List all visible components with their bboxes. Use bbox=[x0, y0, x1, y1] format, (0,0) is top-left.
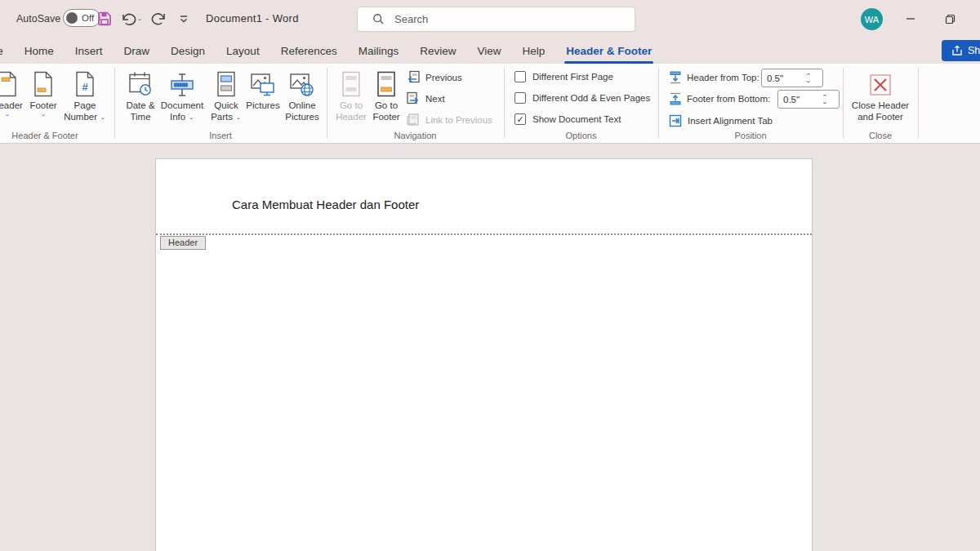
group-label-insert: Insert bbox=[114, 131, 327, 140]
header-boundary-line bbox=[156, 233, 812, 235]
tab-mailings[interactable]: Mailings bbox=[348, 38, 410, 64]
next-icon bbox=[406, 91, 421, 106]
restore-icon bbox=[945, 14, 956, 24]
go-to-header-icon bbox=[341, 69, 362, 100]
close-header-footer-button[interactable]: Close Header and Footer bbox=[847, 69, 914, 137]
group-label-options: Options bbox=[504, 131, 658, 140]
tab-design[interactable]: Design bbox=[160, 38, 216, 64]
different-first-page-checkbox[interactable]: Different First Page bbox=[514, 71, 613, 82]
document-title: Document1 - Word bbox=[206, 12, 299, 24]
share-icon bbox=[951, 45, 963, 56]
header-from-top-value[interactable] bbox=[762, 73, 801, 83]
footer-from-bottom-label: Footer from Bottom: bbox=[668, 91, 770, 106]
chevron-with-line-icon bbox=[178, 14, 189, 24]
document-page[interactable]: Cara Membuat Header dan Footer Header bbox=[155, 158, 813, 551]
spinner-down-icon[interactable]: ⌄ bbox=[822, 100, 828, 104]
go-to-header-button: Go to Header bbox=[332, 69, 370, 137]
save-icon bbox=[96, 11, 113, 27]
document-info-icon bbox=[169, 69, 195, 100]
group-separator bbox=[504, 68, 505, 138]
close-header-footer-icon bbox=[868, 69, 893, 100]
document-info-button[interactable]: Document Info ⌄ bbox=[155, 69, 209, 137]
search-input[interactable]: Search bbox=[357, 7, 635, 32]
chevron-down-icon: ⌄ bbox=[136, 16, 143, 21]
tab-layout[interactable]: Layout bbox=[216, 38, 270, 64]
tab-review[interactable]: Review bbox=[409, 38, 466, 64]
minimize-icon bbox=[906, 14, 915, 24]
footer-from-bottom-input[interactable]: ⌃⌄ bbox=[777, 90, 840, 109]
next-button[interactable]: Next bbox=[406, 91, 445, 106]
quick-parts-button[interactable]: Quick Parts ⌄ bbox=[206, 69, 247, 137]
group-label-close: Close bbox=[843, 131, 918, 140]
group-separator bbox=[327, 68, 327, 138]
undo-button[interactable]: ⌄ bbox=[118, 8, 145, 29]
avatar-initials: WA bbox=[865, 15, 879, 24]
footer-button[interactable]: Footer ⌄ bbox=[23, 69, 64, 137]
header-icon bbox=[0, 69, 19, 100]
spinner-up-down[interactable]: ⌃⌄ bbox=[801, 69, 816, 87]
toggle-knob-icon bbox=[66, 12, 78, 24]
tab-file[interactable]: File bbox=[0, 38, 14, 64]
tab-references[interactable]: References bbox=[270, 38, 348, 64]
tab-header-footer[interactable]: Header & Footer bbox=[555, 38, 662, 64]
save-button[interactable] bbox=[94, 8, 115, 29]
footer-from-bottom-value[interactable] bbox=[778, 95, 817, 104]
previous-icon bbox=[406, 70, 421, 85]
pictures-icon bbox=[250, 69, 276, 100]
customize-quick-access-toolbar-button[interactable] bbox=[173, 8, 194, 29]
group-label-position: Position bbox=[658, 131, 843, 140]
undo-icon bbox=[120, 11, 136, 27]
group-separator bbox=[918, 68, 919, 138]
spinner-up-down[interactable]: ⌃⌄ bbox=[817, 91, 832, 108]
search-placeholder: Search bbox=[394, 13, 428, 25]
account-avatar[interactable]: WA bbox=[861, 8, 883, 30]
different-odd-even-pages-checkbox[interactable]: Different Odd & Even Pages bbox=[514, 92, 650, 104]
checkbox-checked-icon: ✓ bbox=[514, 113, 526, 125]
pictures-button[interactable]: Pictures bbox=[243, 69, 283, 137]
minimize-button[interactable] bbox=[898, 7, 923, 31]
header-from-top-label: Header from Top: bbox=[668, 70, 760, 85]
go-to-footer-button[interactable]: Go to Footer bbox=[368, 69, 405, 137]
autosave-state: Off bbox=[82, 13, 94, 23]
word-window: AutoSave Off ⌄ Document1 - Word bbox=[0, 0, 980, 551]
online-pictures-icon bbox=[289, 69, 315, 100]
ribbon: Header ⌄ Footer ⌄ # Page Number ⌄ Header… bbox=[0, 64, 980, 144]
chevron-down-icon: ⌄ bbox=[235, 115, 242, 121]
group-label-navigation: Navigation bbox=[327, 131, 504, 140]
svg-text:#: # bbox=[82, 81, 88, 93]
insert-alignment-tab-button[interactable]: Insert Alignment Tab bbox=[668, 113, 773, 128]
autosave-label: AutoSave bbox=[16, 13, 60, 24]
page-number-button[interactable]: # Page Number ⌄ bbox=[60, 69, 109, 137]
group-separator bbox=[114, 68, 115, 138]
ribbon-tab-row: File Home Insert Draw Design Layout Refe… bbox=[0, 38, 980, 64]
search-icon bbox=[372, 13, 385, 25]
document-header-text[interactable]: Cara Membuat Header dan Footer bbox=[232, 198, 419, 211]
insert-alignment-tab-icon bbox=[668, 113, 683, 128]
group-separator bbox=[843, 68, 844, 138]
go-to-footer-icon bbox=[376, 69, 397, 100]
link-to-previous-icon bbox=[406, 113, 421, 127]
link-to-previous-button: Link to Previous bbox=[406, 113, 492, 127]
page-number-icon: # bbox=[74, 69, 96, 100]
previous-button[interactable]: Previous bbox=[406, 70, 462, 85]
share-button[interactable]: Share bbox=[942, 40, 980, 61]
tab-help[interactable]: Help bbox=[512, 38, 556, 64]
show-document-text-checkbox[interactable]: ✓ Show Document Text bbox=[514, 113, 621, 125]
chevron-down-icon: ⌄ bbox=[188, 115, 194, 121]
redo-icon bbox=[151, 11, 167, 27]
online-pictures-button[interactable]: Online Pictures bbox=[281, 69, 323, 137]
spinner-down-icon[interactable]: ⌄ bbox=[805, 78, 812, 83]
tab-insert[interactable]: Insert bbox=[65, 38, 114, 64]
quick-parts-icon bbox=[216, 69, 237, 100]
tab-view[interactable]: View bbox=[466, 38, 511, 64]
restore-button[interactable] bbox=[938, 7, 962, 31]
chevron-down-icon: ⌄ bbox=[40, 112, 47, 118]
group-separator bbox=[658, 68, 659, 138]
tab-home[interactable]: Home bbox=[14, 38, 65, 64]
checkbox-icon bbox=[514, 71, 526, 82]
chevron-down-icon: ⌄ bbox=[100, 115, 106, 121]
tab-draw[interactable]: Draw bbox=[114, 38, 161, 64]
header-from-top-input[interactable]: ⌃⌄ bbox=[761, 69, 823, 87]
redo-button[interactable] bbox=[149, 8, 170, 29]
chevron-down-icon: ⌄ bbox=[4, 112, 11, 118]
